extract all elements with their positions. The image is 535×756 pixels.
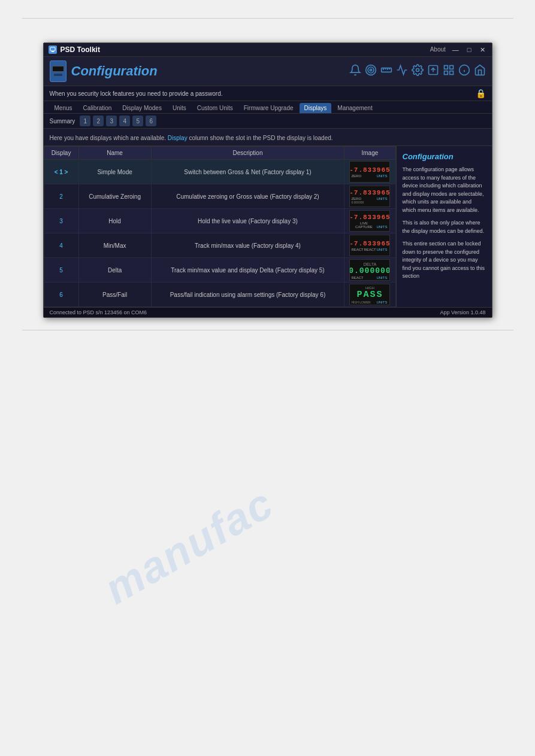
tab-management[interactable]: Management bbox=[333, 103, 377, 113]
gear-icon[interactable] bbox=[412, 64, 424, 79]
svg-rect-14 bbox=[449, 65, 453, 69]
preview-delta-label: DELTA bbox=[364, 261, 377, 266]
svg-rect-16 bbox=[449, 71, 453, 74]
main-content: Display Name Description Image < 1 > bbox=[44, 146, 492, 307]
security-text: When you security lock features you need… bbox=[50, 90, 223, 97]
table-row[interactable]: 2 Cumulative Zeroing Cumulative zeroing … bbox=[44, 184, 395, 209]
sub-tab-6[interactable]: 6 bbox=[146, 116, 156, 126]
preview-label-4a: REACT bbox=[351, 248, 363, 251]
col-header-display: Display bbox=[44, 147, 78, 160]
preview-pass-text: PASS bbox=[356, 290, 383, 300]
app-title-bar: PSD Toolkit bbox=[61, 45, 100, 54]
tab-custom-units[interactable]: Custom Units bbox=[192, 103, 238, 113]
preview-units-6: UNITS bbox=[376, 300, 388, 304]
preview-number-4: -7.833965 bbox=[349, 240, 390, 247]
info-icon[interactable] bbox=[458, 64, 470, 79]
tab-menus[interactable]: Menus bbox=[50, 103, 77, 113]
preview-3: -7.833965 LIVE CAPTURE UNITS bbox=[349, 210, 390, 232]
svg-rect-13 bbox=[444, 65, 448, 69]
app-main-title: Configuration bbox=[71, 63, 158, 79]
col-header-description: Description bbox=[151, 147, 344, 160]
table-row[interactable]: 5 Delta Track min/max value and display … bbox=[44, 258, 395, 283]
preview-label-4b: REACT bbox=[364, 248, 376, 251]
active-indicator: < 1 > bbox=[55, 169, 68, 175]
ruler-icon[interactable] bbox=[380, 64, 392, 79]
preview-label-zero: ZERO bbox=[351, 174, 361, 178]
name-cell-3: Hold bbox=[78, 209, 151, 233]
nav-tabs: Menus Calibration Display Modes Units Cu… bbox=[44, 101, 492, 114]
about-link[interactable]: About bbox=[430, 46, 446, 54]
tab-display-modes[interactable]: Display Modes bbox=[117, 103, 167, 113]
preview-units-1: UNITS bbox=[376, 174, 388, 178]
chart-icon[interactable] bbox=[396, 64, 408, 79]
display-cell-6: 6 bbox=[44, 283, 78, 307]
home-icon[interactable] bbox=[474, 64, 486, 79]
title-bar: PSD Toolkit About — □ ✕ bbox=[44, 43, 492, 57]
preview-labels-3: LIVE CAPTURE UNITS bbox=[350, 221, 389, 229]
image-cell-2: -7.833965 ZERO UNITS 0.000000 bbox=[344, 184, 395, 209]
grid-icon[interactable] bbox=[443, 64, 455, 79]
tab-units[interactable]: Units bbox=[168, 103, 191, 113]
info-bar: Here you have displays which are availab… bbox=[44, 129, 492, 146]
tab-displays[interactable]: Displays bbox=[300, 103, 332, 113]
sidebar: Configuration The configuration page all… bbox=[396, 146, 492, 307]
preview-units-5: UNITS bbox=[376, 276, 388, 280]
sub-tabs: Summary 1 2 3 4 5 6 bbox=[44, 114, 492, 129]
display-cell-3: 3 bbox=[44, 209, 78, 233]
app-header: Configuration bbox=[44, 57, 492, 86]
preview-5: DELTA 0.000000 REACT UNITS bbox=[349, 259, 390, 281]
image-cell-6: HIGH PASS HIGH LOWER UNITS bbox=[344, 283, 395, 307]
sub-tab-3[interactable]: 3 bbox=[106, 116, 117, 126]
status-bar: Connected to PSD s/n 123456 on COM6 App … bbox=[44, 307, 492, 317]
mid-rule bbox=[22, 330, 513, 330]
preview-sub-2a: 0.000000 bbox=[351, 201, 364, 204]
preview-1: -7.833965 ZERO UNITS bbox=[349, 161, 390, 183]
security-bar: When you security lock features you need… bbox=[44, 86, 492, 101]
export-icon[interactable] bbox=[427, 64, 439, 79]
bell-icon[interactable] bbox=[349, 64, 361, 79]
display-cell-5: 5 bbox=[44, 258, 78, 283]
preview-labels-4: REACT REACT UNITS bbox=[350, 248, 389, 251]
sub-tab-5[interactable]: 5 bbox=[132, 116, 143, 126]
name-cell-4: Min/Max bbox=[78, 233, 151, 258]
preview-labels-1: ZERO UNITS bbox=[350, 174, 389, 178]
app-icon bbox=[49, 45, 57, 54]
desc-cell-6: Pass/fail indication using alarm setting… bbox=[151, 283, 344, 307]
target-icon[interactable] bbox=[365, 64, 377, 79]
watermark: manufac bbox=[96, 478, 282, 614]
device-screen bbox=[52, 66, 64, 72]
preview-number-5: 0.000000 bbox=[349, 266, 390, 275]
table-row[interactable]: 3 Hold Hold the live value (Factory disp… bbox=[44, 209, 395, 233]
displays-table: Display Name Description Image < 1 > bbox=[44, 146, 396, 307]
tab-firmware-upgrade[interactable]: Firmware Upgrade bbox=[239, 103, 298, 113]
sub-tab-4[interactable]: 4 bbox=[119, 116, 130, 126]
svg-rect-15 bbox=[444, 71, 448, 74]
connection-status: Connected to PSD s/n 123456 on COM6 bbox=[50, 309, 147, 315]
table-row[interactable]: < 1 > Simple Mode Switch between Gross &… bbox=[44, 160, 395, 184]
display-cell-1: < 1 > bbox=[44, 160, 78, 184]
desc-cell-4: Track min/max value (Factory display 4) bbox=[151, 233, 344, 258]
desc-cell-1: Switch between Gross & Net (Factory disp… bbox=[151, 160, 344, 184]
app-version: App Version 1.0.48 bbox=[440, 309, 485, 315]
sidebar-para-1: The configuration page allows access to … bbox=[403, 166, 486, 214]
table-row[interactable]: 4 Min/Max Track min/max value (Factory d… bbox=[44, 233, 395, 258]
table-row[interactable]: 6 Pass/Fail Pass/fail indication using a… bbox=[44, 283, 395, 307]
col-header-name: Name bbox=[78, 147, 151, 160]
display-cell-2: 2 bbox=[44, 184, 78, 209]
preview-label-3a: LIVE CAPTURE bbox=[351, 221, 376, 229]
minimize-button[interactable]: — bbox=[451, 46, 461, 54]
image-cell-4: -7.833965 REACT REACT UNITS bbox=[344, 233, 395, 258]
svg-rect-0 bbox=[50, 47, 55, 51]
sub-tab-2[interactable]: 2 bbox=[93, 116, 104, 126]
sub-tab-summary-label: Summary bbox=[50, 118, 75, 125]
table-area: Display Name Description Image < 1 > bbox=[44, 146, 396, 307]
tab-calibration[interactable]: Calibration bbox=[78, 103, 117, 113]
close-button[interactable]: ✕ bbox=[478, 46, 487, 54]
preview-passfail-header: HIGH bbox=[364, 286, 376, 290]
sub-tab-1[interactable]: 1 bbox=[80, 116, 90, 126]
lock-icon[interactable]: 🔒 bbox=[476, 89, 486, 98]
maximize-button[interactable]: □ bbox=[466, 46, 473, 54]
col-header-image: Image bbox=[344, 147, 395, 160]
svg-point-10 bbox=[416, 68, 419, 71]
top-rule bbox=[22, 18, 513, 19]
